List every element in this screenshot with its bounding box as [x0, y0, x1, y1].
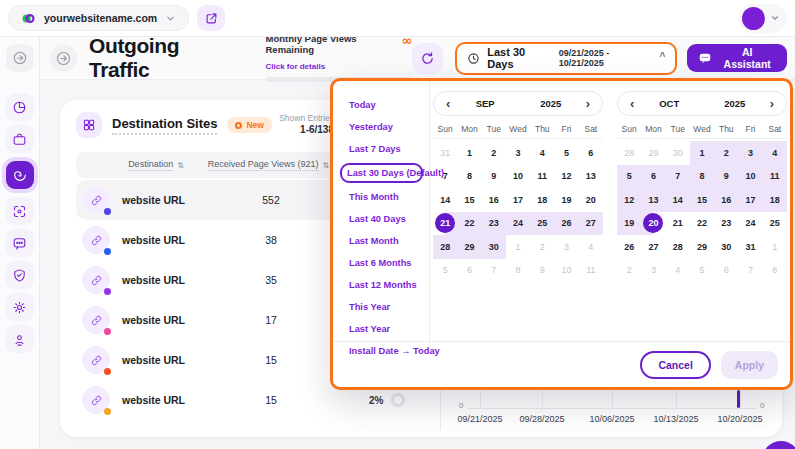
- calendar-day[interactable]: 10: [554, 259, 578, 283]
- calendar-day[interactable]: 3: [738, 141, 762, 165]
- datepicker-preset[interactable]: Last 12 Months: [343, 277, 423, 293]
- datepicker-preset[interactable]: Last Year: [343, 321, 423, 337]
- calendar-day[interactable]: 20: [579, 188, 603, 212]
- calendar-day[interactable]: 17: [738, 188, 762, 212]
- calendar-day[interactable]: 22: [690, 212, 714, 236]
- calendar-day[interactable]: 4: [530, 141, 554, 165]
- calendar-day[interactable]: 3: [506, 141, 530, 165]
- calendar-day[interactable]: 12: [617, 188, 641, 212]
- calendar-day[interactable]: 13: [641, 188, 665, 212]
- refresh-button[interactable]: [412, 43, 443, 74]
- calendar-day[interactable]: 25: [763, 212, 787, 236]
- calendar-day[interactable]: 7: [666, 165, 690, 189]
- sidebar-item-swirl[interactable]: [6, 161, 34, 189]
- calendar-day[interactable]: 7: [738, 259, 762, 283]
- calendar-day[interactable]: 29: [641, 141, 665, 165]
- calendar-day[interactable]: 2: [530, 235, 554, 259]
- calendar-day[interactable]: 7: [482, 259, 506, 283]
- calendar-day[interactable]: 27: [579, 212, 603, 236]
- datepicker-preset[interactable]: Last 7 Days: [343, 141, 423, 157]
- calendar-day[interactable]: 24: [506, 212, 530, 236]
- calendar-day[interactable]: 5: [690, 259, 714, 283]
- datepicker-preset[interactable]: Last 6 Months: [343, 255, 423, 271]
- calendar-day[interactable]: 12: [554, 165, 578, 189]
- calendar-day[interactable]: 31: [433, 141, 457, 165]
- calendar-day[interactable]: 29: [690, 235, 714, 259]
- calendar-day[interactable]: 22: [457, 212, 481, 236]
- sidebar-item-gear[interactable]: [6, 293, 34, 321]
- calendar-day[interactable]: 2: [482, 141, 506, 165]
- sidebar-item-pie-chart[interactable]: [6, 93, 34, 121]
- calendar-day[interactable]: 20: [641, 212, 665, 236]
- prev-month-button[interactable]: ‹: [628, 97, 636, 110]
- calendar-day[interactable]: 6: [457, 259, 481, 283]
- account-menu[interactable]: [738, 4, 787, 33]
- calendar-day[interactable]: 5: [554, 141, 578, 165]
- cancel-button[interactable]: Cancel: [640, 351, 710, 379]
- datepicker-preset[interactable]: This Year: [343, 299, 423, 315]
- calendar-day[interactable]: 28: [617, 141, 641, 165]
- sidebar-item-shield[interactable]: [6, 261, 34, 289]
- calendar-day[interactable]: 3: [554, 235, 578, 259]
- sidebar-item-briefcase[interactable]: [6, 125, 34, 153]
- calendar-day[interactable]: 14: [433, 188, 457, 212]
- calendar-day[interactable]: 11: [763, 165, 787, 189]
- calendar-day[interactable]: 8: [763, 259, 787, 283]
- calendar-day[interactable]: 11: [579, 259, 603, 283]
- next-month-button[interactable]: ›: [584, 97, 592, 110]
- datepicker-preset[interactable]: Today: [343, 97, 423, 113]
- calendar-day[interactable]: 29: [457, 235, 481, 259]
- calendar-day[interactable]: 5: [617, 165, 641, 189]
- date-range-selector[interactable]: Last 30 Days 09/21/2025 - 10/21/2025 ^: [455, 42, 677, 75]
- calendar-day[interactable]: 1: [457, 141, 481, 165]
- calendar-day[interactable]: 7: [433, 165, 457, 189]
- calendar-day[interactable]: 5: [433, 259, 457, 283]
- calendar-day[interactable]: 26: [617, 235, 641, 259]
- collapse-sidebar-button[interactable]: [50, 44, 77, 72]
- calendar-day[interactable]: 1: [763, 235, 787, 259]
- calendar-day[interactable]: 11: [530, 165, 554, 189]
- calendar-day[interactable]: 6: [641, 165, 665, 189]
- calendar-day[interactable]: 8: [690, 165, 714, 189]
- floating-chat-button[interactable]: [762, 441, 795, 449]
- sidebar-item-target[interactable]: [6, 197, 34, 225]
- calendar-day[interactable]: 2: [714, 141, 738, 165]
- ai-assistant-button[interactable]: AI Assistant: [687, 44, 787, 72]
- calendar-day[interactable]: 4: [666, 259, 690, 283]
- calendar-day[interactable]: 21: [433, 212, 457, 236]
- quota-details-link[interactable]: Click for details: [266, 62, 326, 71]
- calendar-day[interactable]: 9: [482, 165, 506, 189]
- calendar-day[interactable]: 26: [554, 212, 578, 236]
- calendar-day[interactable]: 23: [482, 212, 506, 236]
- calendar-day[interactable]: 17: [506, 188, 530, 212]
- calendar-day[interactable]: 18: [530, 188, 554, 212]
- datepicker-preset[interactable]: Last Month: [343, 233, 423, 249]
- sidebar-item-chat[interactable]: [6, 229, 34, 257]
- calendar-day[interactable]: 31: [738, 235, 762, 259]
- calendar-day[interactable]: 19: [617, 212, 641, 236]
- sidebar-item-arrow-right-circle[interactable]: [6, 44, 34, 72]
- calendar-day[interactable]: 16: [714, 188, 738, 212]
- calendar-day[interactable]: 9: [530, 259, 554, 283]
- apply-button[interactable]: Apply: [721, 351, 778, 379]
- calendar-day[interactable]: 18: [763, 188, 787, 212]
- calendar-day[interactable]: 2: [617, 259, 641, 283]
- datepicker-preset[interactable]: This Month: [343, 189, 423, 205]
- calendar-day[interactable]: 8: [457, 165, 481, 189]
- calendar-day[interactable]: 10: [506, 165, 530, 189]
- calendar-day[interactable]: 30: [714, 235, 738, 259]
- calendar-day[interactable]: 4: [579, 235, 603, 259]
- datepicker-preset[interactable]: Yesterday: [343, 119, 423, 135]
- calendar-day[interactable]: 6: [579, 141, 603, 165]
- calendar-day[interactable]: 21: [666, 212, 690, 236]
- open-site-button[interactable]: [197, 5, 225, 31]
- calendar-day[interactable]: 23: [714, 212, 738, 236]
- datepicker-preset[interactable]: Last 40 Days: [343, 211, 423, 227]
- column-header[interactable]: Received Page Views (921)⇅: [186, 152, 351, 178]
- datepicker-preset[interactable]: Last 30 Days (Default): [340, 163, 423, 183]
- calendar-day[interactable]: 1: [690, 141, 714, 165]
- calendar-day[interactable]: 30: [482, 235, 506, 259]
- sidebar-item-person-pin[interactable]: [6, 325, 34, 353]
- calendar-day[interactable]: 24: [738, 212, 762, 236]
- calendar-day[interactable]: 14: [666, 188, 690, 212]
